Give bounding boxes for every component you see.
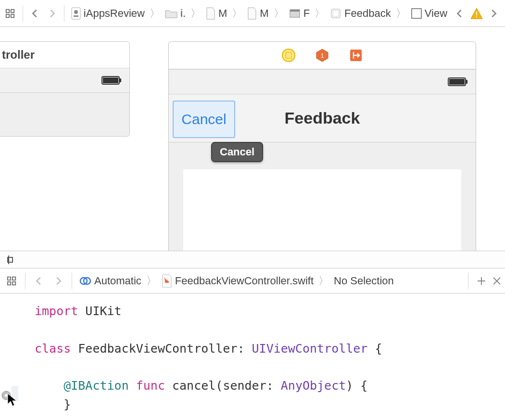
svg-rect-1 bbox=[11, 9, 14, 12]
assistant-mode[interactable]: Automatic bbox=[77, 275, 143, 287]
interface-builder-canvas[interactable]: troller 1 bbox=[0, 27, 505, 268]
close-assistant-icon[interactable] bbox=[492, 276, 502, 286]
source-editor[interactable]: import UIKit class FeedbackViewControlle… bbox=[0, 293, 505, 419]
cancel-button-label: Cancel bbox=[181, 111, 226, 127]
svg-rect-6 bbox=[74, 15, 78, 17]
forward-button[interactable] bbox=[44, 5, 59, 22]
code-token: import bbox=[35, 304, 78, 318]
svg-rect-11 bbox=[476, 12, 477, 15]
counterparts-icon bbox=[79, 275, 91, 287]
tooltip-text: Cancel bbox=[220, 146, 254, 158]
svg-rect-2 bbox=[6, 14, 9, 17]
chevron-right-icon: 〉 bbox=[231, 6, 243, 21]
scene-body bbox=[0, 93, 129, 136]
nav-title-text: Feedback bbox=[285, 109, 360, 127]
scene-title-partial: troller bbox=[0, 42, 129, 68]
filter-icon[interactable] bbox=[5, 255, 15, 265]
status-bar bbox=[0, 68, 129, 93]
app-icon bbox=[71, 7, 81, 20]
assistant-jump-bar: Automatic 〉 FeedbackViewController.swift… bbox=[0, 268, 505, 293]
assistant-selection-label: No Selection bbox=[334, 275, 394, 287]
view-icon bbox=[411, 8, 422, 19]
scene-feedback[interactable]: 1 Cancel Cancel Feedback bbox=[168, 41, 476, 268]
svg-rect-23 bbox=[8, 277, 11, 280]
issues-back-button[interactable] bbox=[451, 5, 468, 22]
code-token: FeedbackViewController: bbox=[71, 342, 252, 356]
separator bbox=[64, 5, 64, 22]
code-token: } bbox=[35, 397, 71, 411]
breadcrumb-item-scene[interactable]: Feedback bbox=[328, 7, 393, 20]
scene-left-partial[interactable]: troller bbox=[0, 41, 130, 137]
source-code[interactable]: import UIKit class FeedbackViewControlle… bbox=[24, 293, 382, 419]
chevron-right-icon: 〉 bbox=[317, 274, 330, 288]
folder-icon bbox=[165, 9, 177, 18]
code-token: AnyObject bbox=[281, 379, 346, 393]
breadcrumb-item-file[interactable]: M bbox=[204, 7, 229, 20]
breadcrumb-label: View bbox=[425, 7, 447, 20]
code-token: ) { bbox=[346, 379, 367, 393]
separator bbox=[72, 273, 72, 289]
chevron-right-icon: 〉 bbox=[149, 6, 161, 21]
breadcrumb-label: iAppsReview bbox=[84, 7, 145, 20]
chevron-right-icon: 〉 bbox=[145, 274, 158, 288]
assistant-selection[interactable]: No Selection bbox=[332, 275, 396, 287]
code-token: class bbox=[35, 342, 71, 356]
breadcrumb-item-view[interactable]: View bbox=[409, 7, 449, 20]
svg-rect-8 bbox=[290, 10, 300, 12]
canvas-filter-bar bbox=[0, 251, 505, 268]
breadcrumb-label: M bbox=[260, 7, 268, 20]
svg-rect-0 bbox=[6, 9, 9, 12]
code-token: cancel(sender: bbox=[165, 379, 281, 393]
first-responder-icon[interactable]: 1 bbox=[315, 48, 329, 63]
chevron-right-icon: 〉 bbox=[395, 6, 407, 21]
forward-button[interactable] bbox=[50, 272, 67, 290]
view-controller-icon[interactable] bbox=[281, 48, 296, 63]
canvas-jump-bar: iAppsReview 〉 i. 〉 M 〉 M 〉 F 〉 Feedback … bbox=[0, 0, 505, 27]
code-token: @IBAction bbox=[63, 379, 128, 393]
warning-icon[interactable] bbox=[470, 7, 483, 20]
file-icon bbox=[206, 7, 215, 20]
assistant-mode-label: Automatic bbox=[94, 275, 141, 287]
separator bbox=[23, 5, 23, 22]
breadcrumb-item-file[interactable]: M bbox=[245, 7, 270, 20]
editor-gutter[interactable] bbox=[0, 293, 24, 419]
navigation-bar[interactable]: Cancel Cancel Feedback bbox=[169, 94, 476, 142]
svg-rect-15 bbox=[120, 78, 121, 82]
separator bbox=[468, 273, 468, 289]
code-token: func bbox=[136, 379, 165, 393]
chevron-right-icon: 〉 bbox=[314, 6, 326, 21]
status-bar bbox=[169, 69, 476, 94]
assistant-file-label: FeedbackViewController.swift bbox=[175, 275, 314, 287]
chevron-right-icon: 〉 bbox=[189, 6, 202, 21]
scene-title-text: troller bbox=[2, 48, 35, 62]
drag-tooltip: Cancel bbox=[211, 142, 263, 162]
storyboard-icon bbox=[289, 8, 301, 19]
svg-rect-3 bbox=[11, 14, 14, 17]
add-assistant-icon[interactable] bbox=[476, 276, 487, 286]
svg-rect-12 bbox=[476, 16, 477, 17]
svg-text:1: 1 bbox=[321, 52, 324, 59]
assistant-file[interactable]: FeedbackViewController.swift bbox=[160, 274, 316, 288]
code-token: { bbox=[367, 342, 382, 356]
svg-rect-26 bbox=[13, 281, 15, 284]
svg-rect-21 bbox=[449, 79, 465, 85]
svg-rect-22 bbox=[466, 80, 467, 84]
breadcrumb-item-folder[interactable]: i. bbox=[163, 7, 188, 20]
related-items-icon[interactable] bbox=[3, 5, 18, 22]
battery-icon bbox=[448, 77, 468, 86]
battery-icon bbox=[101, 76, 122, 85]
issues-forward-button[interactable] bbox=[485, 5, 502, 22]
related-items-icon[interactable] bbox=[3, 272, 20, 290]
cancel-button[interactable]: Cancel bbox=[173, 101, 235, 138]
back-button[interactable] bbox=[30, 272, 48, 290]
svg-rect-24 bbox=[13, 277, 15, 280]
breadcrumb-item-storyboard[interactable]: F bbox=[287, 7, 312, 20]
svg-rect-25 bbox=[8, 281, 11, 284]
svg-rect-14 bbox=[103, 77, 118, 83]
breadcrumb-item-project[interactable]: iAppsReview bbox=[69, 7, 147, 20]
back-button[interactable] bbox=[28, 5, 43, 22]
svg-point-16 bbox=[282, 49, 295, 62]
code-token: UIViewController bbox=[252, 342, 368, 356]
scene-icon bbox=[330, 8, 341, 19]
exit-icon[interactable] bbox=[349, 48, 363, 63]
